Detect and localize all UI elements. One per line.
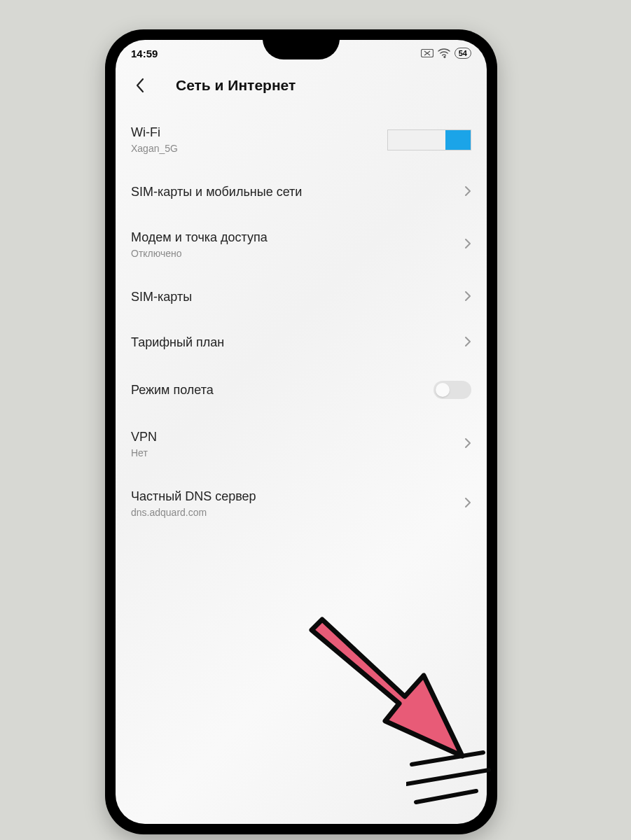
row-label: SIM-карты и мобильные сети <box>131 185 302 200</box>
wifi-icon <box>438 48 450 58</box>
no-sim-icon <box>421 49 434 57</box>
row-label: Wi-Fi <box>131 125 178 140</box>
row-label: Тарифный план <box>131 335 224 350</box>
clock: 14:59 <box>131 48 158 59</box>
airplane-toggle[interactable] <box>434 381 471 399</box>
row-label: Частный DNS сервер <box>131 489 256 504</box>
chevron-right-icon <box>464 238 471 252</box>
battery-indicator: 54 <box>455 48 471 59</box>
row-label: Режим полета <box>131 383 214 398</box>
phone-body: 14:59 54 Сеть и Интернет Wi-Fi <box>105 29 497 834</box>
chevron-right-icon <box>464 438 471 451</box>
settings-list: Wi-Fi Xagan_5G SIM-карты и мобильные сет… <box>116 110 487 533</box>
screen-notch <box>263 40 340 59</box>
row-label: SIM-карты <box>131 290 192 304</box>
row-sublabel: Xagan_5G <box>131 143 178 154</box>
row-hotspot[interactable]: Модем и точка доступа Отключено <box>131 215 471 274</box>
row-airplane-mode[interactable]: Режим полета <box>131 365 471 414</box>
row-sim-networks[interactable]: SIM-карты и мобильные сети <box>131 169 471 215</box>
row-vpn[interactable]: VPN Нет <box>131 414 471 474</box>
row-sublabel: Отключено <box>131 248 268 259</box>
back-button[interactable] <box>128 74 152 97</box>
row-sim-cards[interactable]: SIM-карты <box>131 274 471 320</box>
row-wifi[interactable]: Wi-Fi Xagan_5G <box>131 110 471 169</box>
row-sublabel: Нет <box>131 447 157 458</box>
chevron-right-icon <box>464 290 471 304</box>
row-private-dns[interactable]: Частный DNS сервер dns.adquard.com <box>131 474 471 533</box>
chevron-right-icon <box>464 336 471 350</box>
page-header: Сеть и Интернет <box>116 66 487 110</box>
wifi-toggle[interactable] <box>387 130 471 150</box>
chevron-right-icon <box>464 186 471 200</box>
chevron-right-icon <box>464 497 471 511</box>
row-data-plan[interactable]: Тарифный план <box>131 320 471 365</box>
row-label: VPN <box>131 430 157 444</box>
row-label: Модем и точка доступа <box>131 230 268 245</box>
page-title: Сеть и Интернет <box>152 77 474 94</box>
phone-screen: 14:59 54 Сеть и Интернет Wi-Fi <box>116 40 487 824</box>
row-sublabel: dns.adquard.com <box>131 507 256 518</box>
